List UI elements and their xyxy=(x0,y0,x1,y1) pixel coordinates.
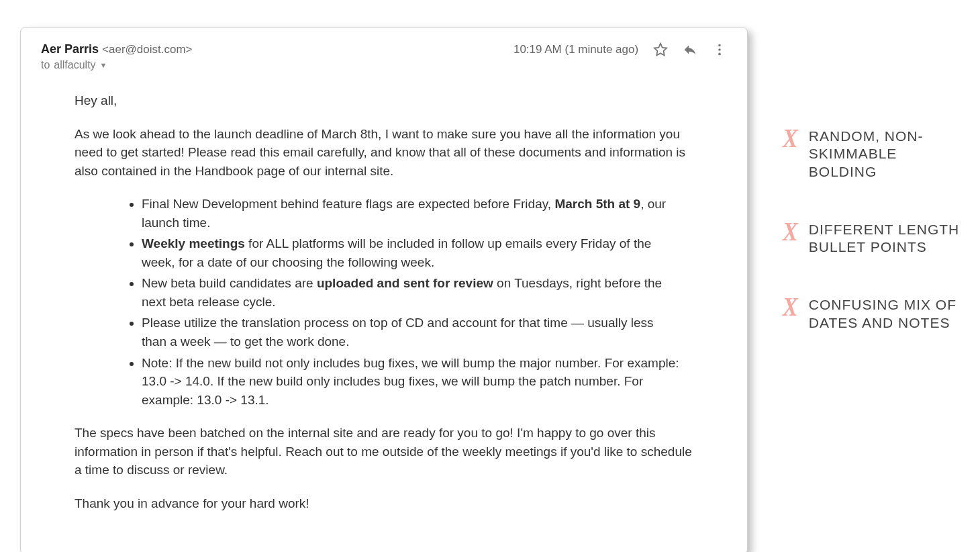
annotation-text: Random, non-skimmable bolding xyxy=(809,128,960,181)
x-mark-icon: X xyxy=(783,296,798,318)
annotation-item: X Different length bullet points xyxy=(781,221,960,257)
signoff: Thank you in advance for your hard work! xyxy=(75,494,693,513)
x-mark-icon: X xyxy=(783,128,798,149)
annotations-column: X Random, non-skimmable bolding X Differ… xyxy=(781,27,960,332)
list-item: Note: If the new build not only includes… xyxy=(142,354,693,410)
reply-icon[interactable] xyxy=(683,42,697,57)
timestamp: 10:19 AM (1 minute ago) xyxy=(513,43,638,56)
email-header: Aer Parris <aer@doist.com> to allfaculty… xyxy=(41,42,727,71)
to-recipient: allfaculty xyxy=(54,59,95,71)
bullet-list: Final New Development behind feature fla… xyxy=(75,195,693,409)
svg-marker-0 xyxy=(654,44,667,55)
annotation-item: X Confusing mix of dates and notes xyxy=(781,296,960,332)
x-mark-icon: X xyxy=(783,221,798,242)
svg-point-1 xyxy=(718,44,721,47)
sender-name: Aer Parris xyxy=(41,42,99,56)
annotation-text: Different length bullet points xyxy=(809,221,960,257)
email-body: Hey all, As we look ahead to the launch … xyxy=(41,71,727,534)
sender-email: <aer@doist.com> xyxy=(102,43,192,56)
intro-paragraph: As we look ahead to the launch deadline … xyxy=(75,125,693,181)
from-line: Aer Parris <aer@doist.com> xyxy=(41,42,193,56)
greeting: Hey all, xyxy=(75,91,693,110)
list-item: Weekly meetings for ALL platforms will b… xyxy=(142,234,693,271)
svg-point-2 xyxy=(718,48,721,51)
recipient-line[interactable]: to allfaculty ▼ xyxy=(41,59,193,71)
header-actions: 10:19 AM (1 minute ago) xyxy=(513,42,727,57)
annotation-text: Confusing mix of dates and notes xyxy=(809,296,960,332)
to-prefix: to xyxy=(41,59,50,71)
list-item: New beta build candidates are uploaded a… xyxy=(142,274,693,311)
more-icon[interactable] xyxy=(712,42,727,57)
annotation-item: X Random, non-skimmable bolding xyxy=(781,128,960,181)
star-icon[interactable] xyxy=(653,42,668,57)
page-container: Aer Parris <aer@doist.com> to allfaculty… xyxy=(0,0,980,552)
svg-point-3 xyxy=(718,53,721,56)
email-card: Aer Parris <aer@doist.com> to allfaculty… xyxy=(20,27,748,552)
outro-paragraph: The specs have been batched on the inter… xyxy=(75,424,693,479)
from-block: Aer Parris <aer@doist.com> to allfaculty… xyxy=(41,42,193,71)
list-item: Final New Development behind feature fla… xyxy=(142,195,693,232)
list-item: Please utilize the translation process o… xyxy=(142,314,693,351)
chevron-down-icon: ▼ xyxy=(100,61,107,69)
